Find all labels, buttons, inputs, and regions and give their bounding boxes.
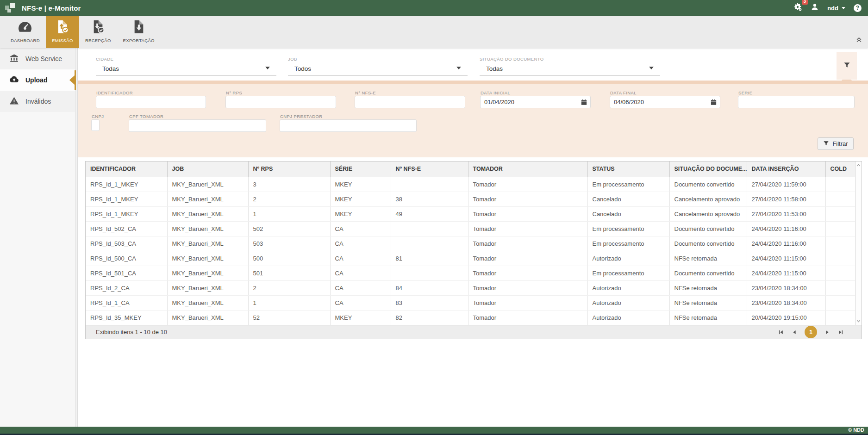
cell-situacao: NFSe retornada bbox=[669, 251, 747, 266]
cell-status: Em processamento bbox=[587, 236, 669, 251]
next-page-button[interactable] bbox=[824, 329, 831, 336]
sidebar-item-invalidos[interactable]: Inválidos bbox=[0, 91, 75, 112]
first-page-button[interactable] bbox=[778, 329, 784, 336]
cell-cold bbox=[825, 295, 856, 310]
situacao-select[interactable]: SITUAÇÃO DO DOCUMENTO Todas bbox=[480, 56, 660, 76]
table-row[interactable]: RPS_Id_1_MKEY MKY_Barueri_XML 2 MKEY 38 … bbox=[86, 192, 856, 206]
cell-status: Autorizado bbox=[587, 295, 669, 310]
cell-job: MKY_Barueri_XML bbox=[167, 266, 248, 280]
cpf-tomador-label: CPF TOMADOR bbox=[129, 114, 163, 119]
cidade-select[interactable]: CIDADE Todas bbox=[96, 56, 276, 76]
cell-tomador: Tomador bbox=[468, 192, 587, 206]
table-row[interactable]: RPS_Id_2_CA MKY_Barueri_XML 2 CA 84 Toma… bbox=[86, 280, 856, 295]
user-button[interactable] bbox=[811, 3, 819, 13]
cell-job: MKY_Barueri_XML bbox=[167, 236, 248, 251]
table-row[interactable]: RPS_Id_502_CA MKY_Barueri_XML 502 CA Tom… bbox=[86, 221, 856, 236]
cell-tomador: Tomador bbox=[468, 310, 587, 325]
app-title: NFS-e | e-Monitor bbox=[22, 4, 81, 12]
cell-cold bbox=[825, 192, 856, 206]
data-final-input[interactable] bbox=[610, 96, 720, 108]
table-row[interactable]: RPS_Id_503_CA MKY_Barueri_XML 503 CA Tom… bbox=[86, 236, 856, 251]
column-header-serie[interactable]: SÉRIE bbox=[330, 162, 391, 177]
calendar-icon[interactable] bbox=[710, 99, 717, 106]
situacao-label: SITUAÇÃO DO DOCUMENTO bbox=[480, 56, 544, 62]
cell-job: MKY_Barueri_XML bbox=[167, 221, 248, 236]
tab-label: EXPORTAÇÃO bbox=[123, 38, 155, 43]
identificador-input[interactable] bbox=[96, 96, 206, 108]
cell-tomador: Tomador bbox=[468, 280, 587, 295]
cidade-value: Todas bbox=[102, 65, 119, 72]
sidebar-item-web-service[interactable]: Web Service bbox=[0, 48, 75, 69]
cell-situacao: NFSe retornada bbox=[669, 295, 747, 310]
cell-data-insercao: 24/04/2020 11:16:00 bbox=[747, 221, 825, 236]
gauge-icon bbox=[18, 19, 32, 36]
n-nfse-input[interactable] bbox=[355, 96, 465, 108]
cnpj-checkbox[interactable] bbox=[91, 119, 100, 131]
table-row[interactable]: RPS_Id_1_MKEY MKY_Barueri_XML 3 MKEY Tom… bbox=[86, 177, 856, 192]
help-button[interactable]: ? bbox=[854, 4, 862, 12]
column-header-n-rps[interactable]: Nº RPS bbox=[248, 162, 330, 177]
cell-job: MKY_Barueri_XML bbox=[167, 177, 248, 192]
sidebar: Web Service Upload Inválidos bbox=[0, 48, 75, 427]
column-header-data-insercao[interactable]: DATA INSERÇÃO bbox=[747, 162, 825, 177]
situacao-value: Todas bbox=[486, 65, 503, 72]
tab-label: EMISSÃO bbox=[52, 38, 73, 43]
column-header-situacao[interactable]: SITUAÇÃO DO DOCUME... bbox=[669, 162, 747, 177]
cell-job: MKY_Barueri_XML bbox=[167, 310, 248, 325]
cell-cold bbox=[825, 177, 856, 192]
current-page-button[interactable]: 1 bbox=[805, 326, 817, 338]
table-scrollbar[interactable] bbox=[855, 162, 862, 325]
table-row[interactable]: RPS_Id_35_MKEY MKY_Barueri_XML 52 MKEY 8… bbox=[86, 310, 856, 325]
table-row[interactable]: RPS_Id_500_CA MKY_Barueri_XML 500 CA 81 … bbox=[86, 251, 856, 266]
serie-input[interactable] bbox=[738, 96, 855, 108]
person-icon bbox=[811, 3, 819, 13]
job-value: Todos bbox=[294, 65, 311, 72]
cell-serie: MKEY bbox=[330, 310, 391, 325]
results-grid: IDENTIFICADOR JOB Nº RPS SÉRIE Nº NFS-E … bbox=[85, 161, 862, 339]
column-header-n-nfse[interactable]: Nº NFS-E bbox=[391, 162, 468, 177]
filtrar-button[interactable]: Filtrar bbox=[818, 137, 854, 150]
advanced-filter-panel: IDENTIFICADOR N° RPS N° NFS-E DATA INICI… bbox=[78, 84, 868, 157]
cell-status: Autorizado bbox=[587, 310, 669, 325]
calendar-icon[interactable] bbox=[581, 99, 587, 106]
column-header-job[interactable]: JOB bbox=[167, 162, 248, 177]
pagination: 1 bbox=[778, 326, 844, 338]
main-area: Web Service Upload Inválidos bbox=[0, 48, 868, 427]
column-header-cold[interactable]: COLD bbox=[825, 162, 856, 177]
column-header-status[interactable]: STATUS bbox=[587, 162, 669, 177]
table-row[interactable]: RPS_Id_1_CA MKY_Barueri_XML 1 CA 83 Toma… bbox=[86, 295, 856, 310]
settings-button[interactable]: 3 bbox=[793, 2, 802, 13]
column-header-tomador[interactable]: TOMADOR bbox=[468, 162, 587, 177]
cell-status: Em processamento bbox=[587, 266, 669, 280]
tab-dashboard[interactable]: DASHBOARD bbox=[5, 16, 46, 48]
filtrar-button-label: Filtrar bbox=[832, 140, 848, 147]
cell-cold bbox=[825, 206, 856, 221]
column-header-identificador[interactable]: IDENTIFICADOR bbox=[86, 162, 167, 177]
sidebar-item-upload[interactable]: Upload bbox=[0, 69, 75, 91]
cell-n-rps: 2 bbox=[248, 192, 330, 206]
n-rps-input[interactable] bbox=[225, 96, 336, 108]
tab-emissao[interactable]: EMISSÃO bbox=[46, 16, 79, 48]
job-select[interactable]: JOB Todos bbox=[288, 56, 468, 76]
cell-serie: MKEY bbox=[330, 192, 391, 206]
tab-recepcao[interactable]: RECEPÇÃO bbox=[79, 16, 117, 48]
tab-exportacao[interactable]: EXPORTAÇÃO bbox=[117, 16, 161, 48]
cell-situacao: NFSe retornada bbox=[669, 280, 747, 295]
collapse-toolbar-button[interactable] bbox=[856, 37, 862, 45]
table-row[interactable]: RPS_Id_1_MKEY MKY_Barueri_XML 1 MKEY 49 … bbox=[86, 206, 856, 221]
cnpj-prestador-input[interactable] bbox=[280, 119, 417, 132]
cpf-tomador-input[interactable] bbox=[129, 119, 266, 132]
copyright: © NDD bbox=[848, 427, 864, 433]
last-page-button[interactable] bbox=[837, 329, 844, 336]
previous-page-button[interactable] bbox=[791, 329, 798, 336]
cell-situacao: Cancelamento aprovado bbox=[669, 192, 747, 206]
toggle-filter-panel-button[interactable] bbox=[837, 52, 857, 80]
cell-cold bbox=[825, 266, 856, 280]
sidebar-item-label: Inválidos bbox=[25, 98, 51, 105]
data-inicial-input[interactable] bbox=[480, 96, 591, 108]
cell-situacao: Documento convertido bbox=[669, 266, 747, 280]
document-download-check-icon bbox=[91, 19, 106, 36]
table-row[interactable]: RPS_Id_501_CA MKY_Barueri_XML 501 CA Tom… bbox=[86, 266, 856, 280]
cell-data-insercao: 23/04/2020 18:34:00 bbox=[747, 280, 825, 295]
user-menu[interactable]: ndd bbox=[827, 5, 845, 12]
